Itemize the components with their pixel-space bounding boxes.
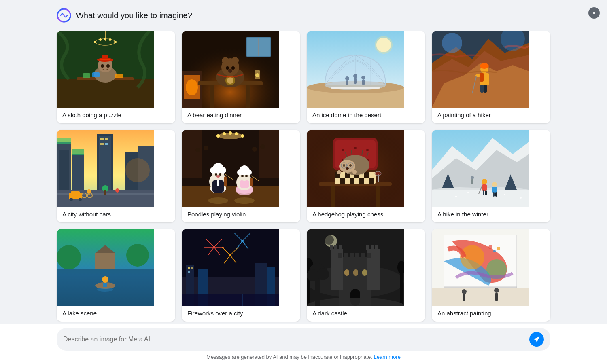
card-label-poodles-violin: Poodles playing violin: [182, 207, 300, 222]
card-label-abstract-painting: An abstract painting: [432, 306, 550, 322]
card-label-lake-scene: A lake scene: [57, 306, 175, 322]
svg-rect-204: [492, 187, 497, 193]
svg-point-215: [57, 245, 81, 269]
svg-point-208: [467, 192, 469, 193]
svg-point-216: [126, 244, 149, 267]
learn-more-link[interactable]: Learn more: [374, 354, 400, 360]
svg-rect-268: [366, 245, 369, 250]
svg-point-220: [102, 276, 108, 283]
svg-rect-171: [369, 178, 374, 184]
svg-rect-221: [103, 283, 107, 287]
svg-rect-273: [350, 253, 354, 258]
disclaimer: Messages are generated by AI and may be …: [57, 354, 550, 364]
card-fireworks[interactable]: Fireworks over a city: [182, 229, 300, 322]
card-lake-scene[interactable]: A lake scene: [57, 229, 175, 322]
svg-point-7: [104, 38, 106, 40]
svg-rect-230: [191, 267, 193, 269]
svg-rect-270: [375, 245, 378, 250]
svg-rect-128: [240, 180, 249, 188]
svg-rect-199: [482, 184, 487, 191]
svg-point-35: [222, 57, 229, 64]
svg-rect-77: [57, 138, 71, 144]
svg-point-8: [109, 38, 111, 41]
svg-point-148: [354, 147, 357, 149]
svg-rect-165: [340, 178, 345, 184]
card-label-fireworks: Fireworks over a city: [182, 306, 300, 322]
svg-rect-206: [495, 192, 497, 197]
card-ice-dome[interactable]: An ice dome in the desert: [307, 31, 425, 123]
svg-point-110: [241, 134, 244, 138]
svg-point-141: [208, 197, 228, 204]
card-label-dark-castle: A dark castle: [307, 306, 425, 322]
svg-rect-269: [371, 245, 374, 250]
svg-rect-293: [432, 288, 529, 306]
svg-rect-265: [330, 245, 333, 250]
svg-point-43: [255, 70, 260, 72]
svg-point-108: [229, 131, 232, 135]
svg-point-121: [219, 173, 221, 176]
svg-rect-278: [353, 269, 358, 276]
card-hiker-painting[interactable]: A painting of a hiker: [432, 31, 550, 123]
card-hedgehog-chess[interactable]: A hedgehog playing chess: [307, 130, 425, 222]
svg-point-9: [114, 41, 117, 43]
card-abstract-painting[interactable]: An abstract painting: [432, 229, 550, 322]
svg-point-47: [375, 36, 393, 54]
svg-point-186: [349, 164, 352, 167]
svg-rect-162: [364, 172, 369, 178]
svg-rect-111: [182, 186, 279, 207]
svg-rect-55: [346, 80, 348, 85]
svg-point-38: [231, 66, 235, 70]
svg-point-122: [216, 175, 220, 178]
card-poodles-violin[interactable]: Poodles playing violin: [182, 130, 300, 222]
svg-point-296: [494, 288, 499, 293]
svg-rect-70: [484, 85, 487, 93]
svg-rect-167: [350, 178, 354, 184]
svg-point-210: [520, 197, 522, 199]
svg-rect-60: [331, 87, 380, 89]
svg-rect-229: [188, 267, 190, 269]
svg-rect-32: [246, 85, 250, 108]
header: What would you like to imagine?: [0, 0, 607, 31]
svg-rect-279: [362, 269, 367, 276]
svg-point-134: [245, 175, 248, 177]
svg-rect-163: [369, 172, 374, 178]
svg-rect-297: [495, 293, 498, 301]
svg-rect-85: [100, 143, 104, 145]
svg-rect-276: [367, 253, 371, 258]
card-label-ice-dome: An ice dome in the desert: [307, 108, 425, 123]
svg-rect-18: [83, 73, 90, 78]
svg-point-222: [97, 288, 113, 292]
svg-rect-193: [432, 190, 529, 207]
card-sloth-puzzle[interactable]: A sloth doing a puzzle: [57, 31, 175, 123]
svg-point-131: [237, 169, 243, 175]
meta-ai-logo: [57, 8, 71, 23]
send-button[interactable]: [529, 332, 544, 347]
svg-point-106: [216, 134, 220, 138]
svg-rect-86: [105, 143, 108, 145]
svg-point-291: [493, 250, 496, 252]
svg-rect-84: [105, 138, 108, 140]
card-label-sloth-puzzle: A sloth doing a puzzle: [57, 108, 175, 123]
svg-point-132: [246, 169, 252, 175]
imagine-input[interactable]: [63, 336, 525, 343]
card-label-bear-dinner: A bear eating dinner: [182, 108, 300, 123]
card-bear-dinner[interactable]: A bear eating dinner: [182, 31, 300, 123]
svg-point-39: [228, 69, 232, 73]
svg-point-198: [482, 179, 487, 184]
svg-point-256: [324, 235, 334, 245]
card-hike-winter[interactable]: A hike in the winter: [432, 130, 550, 222]
close-button[interactable]: ×: [588, 7, 600, 19]
card-dark-castle[interactable]: A dark castle: [307, 229, 425, 322]
card-image-dark-castle: [307, 229, 425, 306]
card-image-bear-dinner: [182, 31, 300, 108]
svg-point-29: [186, 79, 198, 95]
svg-rect-72: [480, 73, 484, 82]
svg-point-37: [226, 66, 229, 70]
svg-rect-15: [100, 59, 110, 60]
card-city-no-cars[interactable]: A city without cars: [57, 130, 175, 222]
card-label-hiker-painting: A painting of a hiker: [432, 108, 550, 123]
svg-point-137: [195, 148, 200, 152]
svg-rect-272: [344, 253, 348, 258]
svg-point-133: [241, 175, 244, 177]
svg-rect-78: [72, 149, 84, 155]
